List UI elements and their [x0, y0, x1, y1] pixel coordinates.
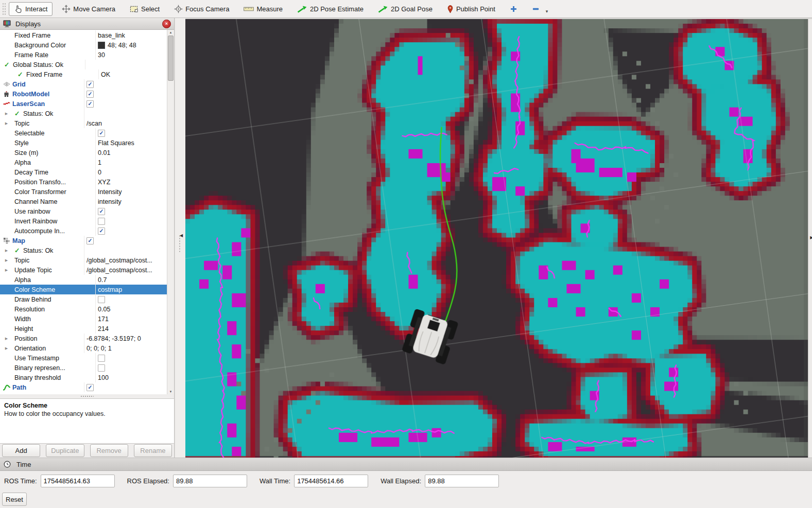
- scroll-down-icon[interactable]: ▼: [169, 389, 172, 394]
- tree-row-topic[interactable]: ▶Topic/scan: [0, 118, 167, 128]
- tree-row-selectable[interactable]: Selectable✓: [0, 128, 167, 138]
- tree-row-background-color[interactable]: Background Color48; 48; 48: [0, 40, 167, 50]
- tool-interact-button[interactable]: Interact: [9, 2, 53, 16]
- tree-row-use-timestamp[interactable]: Use Timestamp: [0, 353, 167, 363]
- status-ok-icon: ✓: [4, 61, 13, 68]
- time-panel-titlebar[interactable]: Time: [0, 458, 812, 471]
- tree-row-style[interactable]: StyleFlat Squares: [0, 138, 167, 148]
- tree-row-binary-threshold[interactable]: Binary threshold100: [0, 373, 167, 382]
- checkbox-unchecked[interactable]: [98, 296, 105, 303]
- checkbox-checked[interactable]: ✓: [87, 237, 94, 244]
- tree-row-alpha[interactable]: Alpha1: [0, 157, 167, 167]
- help-splitter[interactable]: [0, 394, 174, 398]
- costmap-render-view[interactable]: [185, 19, 808, 458]
- tool-2d-goal-pose-button[interactable]: 2D Goal Pose: [373, 3, 438, 15]
- expander-icon[interactable]: ▶: [3, 249, 10, 253]
- color-swatch[interactable]: [98, 42, 105, 49]
- checkbox-unchecked[interactable]: [98, 355, 105, 362]
- checkbox-unchecked[interactable]: [98, 218, 105, 225]
- tree-row-update-topic[interactable]: ▶Update Topic/global_costmap/cost...: [0, 265, 167, 275]
- tool-minus-button[interactable]: [527, 3, 545, 15]
- panel-splitter[interactable]: ◀: [175, 18, 185, 458]
- reset-button[interactable]: Reset: [2, 493, 27, 506]
- checkbox-checked[interactable]: ✓: [98, 227, 105, 235]
- scrollbar-thumb[interactable]: [168, 36, 174, 81]
- tree-row-height[interactable]: Height214: [0, 324, 167, 334]
- wall-time-input[interactable]: [294, 475, 368, 487]
- checkbox-checked[interactable]: ✓: [87, 91, 94, 98]
- expander-icon[interactable]: ▶: [3, 258, 10, 262]
- displays-panel-titlebar[interactable]: Displays ×: [0, 18, 174, 30]
- checkbox-unchecked[interactable]: [98, 364, 105, 372]
- tree-row-status-ok[interactable]: ▶✓Status: Ok: [0, 109, 167, 118]
- tree-row-frame-rate[interactable]: Frame Rate30: [0, 50, 167, 60]
- scroll-up-icon[interactable]: ▲: [169, 30, 172, 35]
- path-icon: [3, 384, 12, 391]
- checkbox-checked[interactable]: ✓: [87, 100, 94, 108]
- tree-row-color-scheme[interactable]: Color Schemecostmap: [0, 285, 167, 294]
- tree-row-orientation[interactable]: ▶Orientation0; 0; 0; 1: [0, 343, 167, 353]
- ros-elapsed-label: ROS Elapsed:: [127, 477, 169, 485]
- tool-measure-button[interactable]: Measure: [238, 3, 288, 15]
- displays-tree: Fixed Framebase_linkBackground Color48; …: [0, 30, 174, 394]
- wall-elapsed-input[interactable]: [425, 475, 499, 487]
- tree-row-channel-name[interactable]: Channel Nameintensity: [0, 197, 167, 206]
- expander-icon[interactable]: ▶: [3, 112, 10, 116]
- tool-plus-button[interactable]: [505, 3, 523, 15]
- checkbox-checked[interactable]: ✓: [87, 81, 94, 88]
- add-button[interactable]: Add: [2, 444, 40, 457]
- expander-icon[interactable]: ▶: [3, 346, 10, 351]
- displays-button-row: AddDuplicateRemoveRename: [0, 444, 174, 458]
- tree-row-fixed-frame[interactable]: ✓Fixed FrameOK: [0, 69, 167, 79]
- tree-row-invert-rainbow[interactable]: Invert Rainbow: [0, 216, 167, 226]
- right-panel-strip[interactable]: ▶: [808, 19, 812, 458]
- 3d-viewport[interactable]: ▶: [185, 18, 812, 458]
- interact-icon: [14, 5, 23, 13]
- toolbar-drag-handle[interactable]: [2, 3, 7, 15]
- tree-row-global-status-ok[interactable]: ✓Global Status: Ok: [0, 60, 167, 69]
- tree-row-map[interactable]: Map✓: [0, 236, 167, 246]
- tree-row-laserscan[interactable]: LaserScan✓: [0, 99, 167, 109]
- tool-2d-pose-estimate-button[interactable]: 2D Pose Estimate: [292, 3, 369, 15]
- expander-icon[interactable]: ▶: [3, 337, 10, 341]
- tree-row-size-m-[interactable]: Size (m)0.01: [0, 148, 167, 157]
- checkbox-checked[interactable]: ✓: [98, 130, 105, 137]
- expand-right-icon[interactable]: ▶: [810, 235, 812, 240]
- ros-elapsed-input[interactable]: [173, 475, 247, 487]
- close-icon[interactable]: ×: [162, 20, 171, 28]
- tree-row-position-transfo-[interactable]: Position Transfo...XYZ: [0, 177, 167, 187]
- tool-select-button[interactable]: Select: [125, 3, 165, 15]
- tree-row-robotmodel[interactable]: RobotModel✓: [0, 89, 167, 99]
- tree-row-color-transformer[interactable]: Color TransformerIntensity: [0, 187, 167, 197]
- tool-focus-camera-button[interactable]: Focus Camera: [169, 2, 234, 16]
- tree-row-alpha[interactable]: Alpha0.7: [0, 275, 167, 285]
- tree-row-width[interactable]: Width171: [0, 314, 167, 324]
- tree-row-path[interactable]: Path✓: [0, 382, 167, 392]
- expander-icon[interactable]: ▶: [3, 121, 10, 126]
- displays-panel: Displays × Fixed Framebase_linkBackgroun…: [0, 18, 175, 458]
- remove-button: Remove: [90, 444, 128, 457]
- tree-row-use-rainbow[interactable]: Use rainbow✓: [0, 206, 167, 216]
- tool-move-camera-button[interactable]: Move Camera: [57, 2, 120, 16]
- tree-row-decay-time[interactable]: Decay Time0: [0, 167, 167, 177]
- tree-row-fixed-frame[interactable]: Fixed Framebase_link: [0, 30, 167, 40]
- checkbox-checked[interactable]: ✓: [87, 384, 94, 391]
- plus-icon: [510, 5, 517, 13]
- checkbox-checked[interactable]: ✓: [98, 208, 105, 215]
- toolbar-overflow-icon[interactable]: ▾: [546, 9, 548, 14]
- tree-row-binary-represen-[interactable]: Binary represen...: [0, 363, 167, 373]
- expander-icon[interactable]: ▶: [3, 268, 10, 272]
- help-text: How to color the occupancy values.: [4, 410, 170, 417]
- tree-row-position[interactable]: ▶Position-6.8784; -3.5197; 0: [0, 334, 167, 343]
- tree-row-autocompute-in-[interactable]: Autocompute In...✓: [0, 226, 167, 236]
- tree-row-resolution[interactable]: Resolution0.05: [0, 304, 167, 314]
- collapse-left-icon[interactable]: ◀: [180, 233, 183, 238]
- tree-row-grid[interactable]: Grid✓: [0, 79, 167, 89]
- tool-publish-point-button[interactable]: Publish Point: [442, 2, 500, 16]
- tree-scrollbar[interactable]: ▲ ▼: [167, 30, 174, 394]
- ros-time-input[interactable]: [41, 475, 115, 487]
- tree-row-draw-behind[interactable]: Draw Behind: [0, 294, 167, 304]
- displays-panel-title: Displays: [15, 20, 159, 28]
- tree-row-status-ok[interactable]: ▶✓Status: Ok: [0, 246, 167, 255]
- tree-row-topic[interactable]: ▶Topic/global_costmap/cost...: [0, 255, 167, 265]
